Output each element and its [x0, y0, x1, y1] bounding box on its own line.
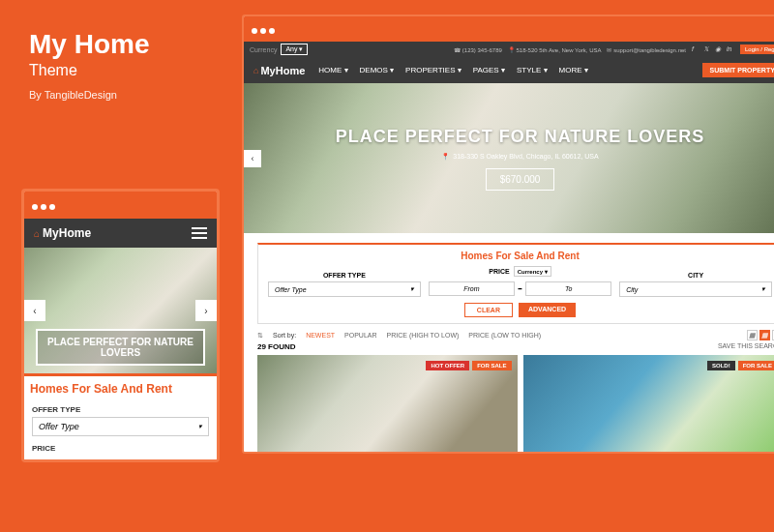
promo-sidebar: My Home Theme By TangibleDesign: [29, 29, 149, 101]
mobile-window-dots: [24, 192, 217, 219]
submit-property-button[interactable]: SUBMIT PROPERTY ›: [702, 63, 774, 77]
topbar-address: 📍 518-520 5th Ave, New York, USA: [508, 46, 602, 53]
city-select[interactable]: City▾: [619, 281, 772, 297]
sort-icon: ⇅: [257, 332, 263, 340]
price-from-input[interactable]: From: [429, 281, 515, 296]
hot-offer-badge: HOT OFFER: [426, 361, 469, 370]
hero-address: 📍318-330 S Oakley Blvd, Chicago, IL 6061…: [441, 153, 598, 161]
mobile-price-field: PRICE: [24, 440, 217, 459]
for-sale-badge: FOR SALE: [738, 361, 774, 370]
search-form: Homes For Sale And Rent OFFER TYPE Offer…: [257, 243, 774, 324]
topbar-phone[interactable]: ☎ (123) 345-6789: [454, 46, 502, 53]
pin-icon: 📍: [441, 153, 450, 161]
offer-label: OFFER TYPE: [268, 272, 421, 279]
results-count: 29 FOUND: [257, 342, 296, 351]
topbar-email[interactable]: ✉ support@tangibledesign.net: [607, 46, 685, 53]
chevron-down-icon: ▾: [410, 285, 414, 293]
offer-select[interactable]: Offer Type▾: [268, 281, 421, 297]
listings-grid: HOT OFFER FOR SALE SOLD! FOR SALE: [257, 355, 774, 452]
save-search-link[interactable]: SAVE THIS SEARCH: [718, 342, 774, 351]
hamburger-icon[interactable]: [192, 227, 207, 239]
hero-title: PLACE PERFECT FOR NATURE LOVERS: [336, 127, 705, 147]
clear-button[interactable]: CLEAR: [464, 303, 513, 317]
facebook-icon[interactable]: f: [692, 45, 700, 53]
mobile-price-label: PRICE: [32, 444, 209, 453]
sort-price-high[interactable]: PRICE (HIGH TO LOW): [387, 332, 460, 339]
nav-pages[interactable]: PAGES ▾: [473, 66, 505, 74]
advanced-button[interactable]: ADVANCED: [519, 303, 576, 317]
price-currency-select[interactable]: Currency ▾: [514, 266, 551, 277]
mobile-preview: ⌂MyHome ‹ › PLACE PERFECT FOR NATURE LOV…: [21, 189, 220, 462]
mobile-header: ⌂MyHome: [24, 219, 217, 248]
chevron-down-icon: ▾: [761, 285, 765, 293]
currency-label: Currency: [250, 46, 277, 53]
search-title: Homes For Sale And Rent: [268, 251, 772, 261]
sort-price-low[interactable]: PRICE (LOW TO HIGH): [468, 332, 541, 339]
city-label: CITY: [619, 272, 772, 279]
sort-label: Sort by:: [273, 332, 296, 339]
mobile-logo[interactable]: ⌂MyHome: [34, 226, 91, 240]
mobile-search-title: Homes For Sale And Rent: [24, 373, 217, 401]
promo-title: My Home: [29, 29, 149, 60]
nav-home[interactable]: HOME ▾: [318, 66, 347, 74]
for-sale-badge: FOR SALE: [472, 361, 511, 370]
navbar: ⌂MyHome HOME ▾ DEMOS ▾ PROPERTIES ▾ PAGE…: [244, 57, 774, 83]
sort-popular[interactable]: POPULAR: [344, 332, 376, 339]
login-register-button[interactable]: Login / Register: [740, 44, 774, 54]
nav-items: HOME ▾ DEMOS ▾ PROPERTIES ▾ PAGES ▾ STYL…: [318, 66, 688, 74]
view-grid-icon[interactable]: ▦: [759, 330, 770, 340]
promo-subtitle: Theme: [29, 62, 149, 79]
price-to-input[interactable]: To: [525, 281, 611, 296]
mobile-offer-select[interactable]: Offer Type▾: [32, 417, 209, 436]
chevron-down-icon: ▾: [198, 423, 202, 430]
hero-prev-button[interactable]: ‹: [244, 150, 261, 167]
offer-column: OFFER TYPE Offer Type▾: [268, 272, 421, 297]
mobile-prev-button[interactable]: ‹: [24, 300, 45, 321]
linkedin-icon[interactable]: in: [727, 45, 734, 53]
listing-card[interactable]: HOT OFFER FOR SALE: [257, 355, 518, 452]
nav-more[interactable]: MORE ▾: [559, 66, 588, 74]
sort-bar: ⇅ Sort by: NEWEST POPULAR PRICE (HIGH TO…: [257, 330, 774, 340]
instagram-icon[interactable]: ◉: [715, 45, 723, 53]
nav-demos[interactable]: DEMOS ▾: [360, 66, 395, 74]
desktop-window-dots: [244, 16, 774, 42]
desktop-preview: Currency Any ▾ ☎ (123) 345-6789 📍 518-52…: [242, 15, 774, 454]
sort-newest[interactable]: NEWEST: [306, 332, 335, 339]
home-icon: ⌂: [253, 66, 258, 75]
price-column: PRICECurrency ▾ From - To: [429, 266, 611, 297]
mobile-next-button[interactable]: ›: [195, 300, 217, 321]
mobile-hero-title[interactable]: PLACE PERFECT FOR NATURE LOVERS: [36, 329, 205, 366]
price-label: PRICE: [489, 268, 509, 275]
mobile-offer-label: OFFER TYPE: [32, 405, 209, 414]
twitter-icon[interactable]: 𝕏: [703, 45, 711, 53]
view-grid-large-icon[interactable]: ▦: [747, 330, 758, 340]
mobile-offer-field: OFFER TYPE Offer Type▾: [24, 401, 217, 440]
home-icon: ⌂: [34, 228, 40, 239]
listing-card[interactable]: SOLD! FOR SALE: [523, 355, 775, 452]
nav-properties[interactable]: PROPERTIES ▾: [405, 66, 461, 74]
sold-badge: SOLD!: [707, 361, 735, 370]
nav-style[interactable]: STYLE ▾: [517, 66, 548, 74]
hero: ‹ › PLACE PERFECT FOR NATURE LOVERS 📍318…: [244, 83, 774, 233]
city-column: CITY City▾: [619, 272, 772, 297]
promo-byline: By TangibleDesign: [29, 89, 149, 101]
currency-select[interactable]: Any ▾: [281, 44, 308, 55]
mobile-hero: ‹ › PLACE PERFECT FOR NATURE LOVERS: [24, 248, 217, 373]
social-icons: f 𝕏 ◉ in: [692, 45, 734, 53]
desktop-logo[interactable]: ⌂MyHome: [253, 65, 305, 76]
hero-price-button[interactable]: $670.000: [486, 168, 555, 191]
results-bar: 29 FOUND SAVE THIS SEARCH: [257, 342, 774, 351]
topbar: Currency Any ▾ ☎ (123) 345-6789 📍 518-52…: [244, 42, 774, 57]
